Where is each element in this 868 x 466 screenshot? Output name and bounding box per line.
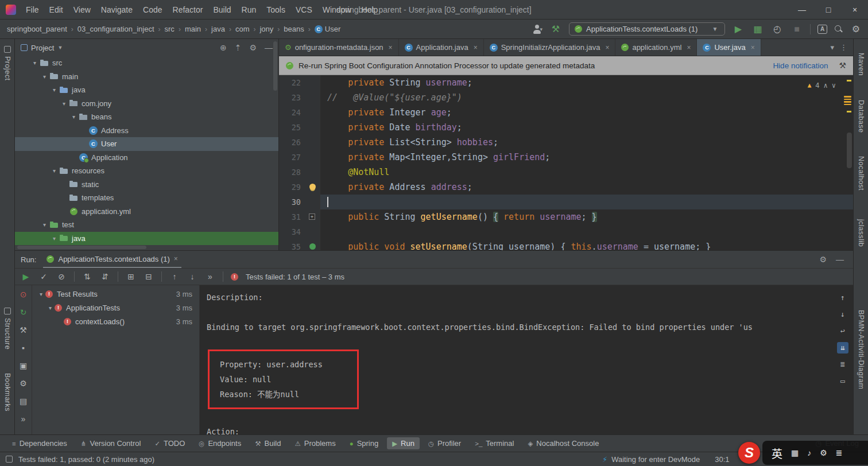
ime-settings-icon[interactable]: ⚙ (820, 448, 827, 457)
breadcrumb-item-user[interactable]: CUser (313, 24, 342, 34)
menu-view[interactable]: View (68, 2, 96, 18)
chevron-down-icon[interactable]: ▾ (40, 73, 49, 80)
breadcrumb-item-03-configuration-inject[interactable]: 03_configuration_inject (76, 24, 156, 34)
close-icon[interactable]: × (474, 44, 478, 52)
tab-onfiguration-metadata-json[interactable]: ⚙onfiguration-metadata.json× (279, 39, 399, 56)
chevron-down-icon[interactable]: ▾ (69, 114, 78, 120)
run-button[interactable]: ▶ (732, 24, 745, 34)
tool-todo[interactable]: ✓TODO (149, 437, 190, 449)
tab-options-icon[interactable]: ⋮ (840, 43, 847, 52)
caret-position[interactable]: 30:1 (715, 455, 729, 464)
breadcrumb-item-src[interactable]: src (164, 24, 176, 34)
tab-springinitializrapplication-java[interactable]: CSpringInitializrApplication.java× (484, 39, 616, 56)
test-item-test-results[interactable]: ▾!Test Results3 ms (32, 287, 199, 301)
menu-run[interactable]: Run (237, 2, 262, 18)
stop-button[interactable]: ■ (790, 24, 803, 34)
sort-alphabetically-button[interactable]: ⇅ (82, 272, 92, 281)
project-vertical-scrollbar[interactable] (273, 41, 277, 91)
search-everywhere-button[interactable] (834, 25, 843, 33)
run-tab[interactable]: ApplicationTests.contextLoads (1) × (43, 251, 181, 268)
warning-stripe-mark[interactable] (847, 111, 851, 112)
chevron-down-icon[interactable]: ▾ (50, 87, 59, 93)
intention-bulb-icon[interactable] (309, 184, 316, 190)
tree-item-application-yml[interactable]: application.yml (15, 205, 278, 219)
rerun-button[interactable]: ▶ (21, 272, 31, 281)
stripe-item-nocalhost[interactable]: Nocalhost (854, 156, 868, 191)
tool-problems[interactable]: ⚠Problems (289, 437, 340, 449)
collapse-all-button[interactable]: ⇡ (235, 43, 242, 52)
rerun-failed-tests-button[interactable]: ✓ (38, 272, 49, 281)
profiler-button[interactable]: ◴ (771, 24, 784, 34)
next-failed-button[interactable]: ↓ (187, 272, 197, 281)
close-icon[interactable]: × (389, 44, 393, 52)
minimize-button[interactable]: — (789, 0, 815, 19)
menu-tools[interactable]: Tools (261, 2, 290, 18)
stop-process-button[interactable]: ⊘ (56, 272, 67, 281)
fix-settings-icon[interactable]: ⚒ (20, 325, 27, 336)
menu-refactor[interactable]: Refactor (168, 2, 208, 18)
breadcrumb-item-java[interactable]: java (210, 24, 226, 34)
tree-item-src[interactable]: ▾src (15, 56, 278, 70)
menu-edit[interactable]: Edit (44, 2, 68, 18)
tab-user-java[interactable]: CUser.java× (697, 39, 761, 56)
test-console[interactable]: Description: Binding to target org.sprin… (200, 285, 853, 434)
code-editor[interactable]: 22 private String username;23// @Value("… (279, 75, 853, 250)
tool-run[interactable]: ▶Run (387, 437, 420, 449)
breadcrumb-item-beans[interactable]: beans (282, 24, 305, 34)
ime-toolbar[interactable]: 英 ▦ ♪ ⚙ ≣ (762, 441, 868, 465)
menu-navigate[interactable]: Navigate (96, 2, 138, 18)
tree-item-resources[interactable]: ▾resources (15, 164, 278, 178)
tree-item-test[interactable]: ▾test (15, 218, 278, 232)
tool-build[interactable]: ⚒Build (250, 437, 286, 449)
menu-build[interactable]: Build (208, 2, 236, 18)
locate-file-button[interactable]: ⊕ (220, 43, 227, 52)
more-actions-button[interactable]: » (205, 272, 215, 281)
scroll-up-icon[interactable]: ↑ (837, 292, 848, 304)
sort-by-duration-button[interactable]: ⇵ (100, 272, 110, 281)
next-highlight-button[interactable]: ∨ (832, 78, 836, 93)
translate-button[interactable]: A (817, 25, 827, 34)
breadcrumb-item-springboot-parent[interactable]: springboot_parent (6, 24, 68, 34)
chevron-down-icon[interactable]: ▾ (60, 100, 68, 107)
tree-item-java[interactable]: ▾java (15, 83, 278, 97)
close-button[interactable]: × (842, 0, 868, 19)
collapse-all-button[interactable]: ⊟ (144, 272, 154, 281)
menu-file[interactable]: File (21, 2, 44, 18)
tool-profiler[interactable]: ◷Profiler (423, 437, 466, 449)
stripe-item-jclasslib[interactable]: jclasslib (854, 219, 868, 247)
tab-application-java[interactable]: CApplication.java× (399, 39, 484, 56)
clear-console-icon[interactable]: ▭ (837, 375, 848, 387)
coverage-button[interactable]: ▦ (751, 24, 764, 34)
hide-panel-button[interactable]: — (265, 43, 273, 52)
tree-item-templates[interactable]: templates (15, 191, 278, 205)
stripe-item-database[interactable]: Database (854, 100, 868, 133)
tree-item-application[interactable]: CApplication (15, 151, 278, 165)
tool-endpoints[interactable]: ◎Endpoints (193, 437, 246, 449)
menu-code[interactable]: Code (138, 2, 167, 18)
import-results-icon[interactable]: ▤ (20, 397, 27, 407)
maximize-button[interactable]: □ (815, 0, 842, 19)
soft-wrap-icon[interactable]: ↩ (837, 325, 848, 337)
hide-notification-link[interactable]: Hide notification (773, 61, 828, 70)
ime-mic-icon[interactable]: ♪ (807, 448, 811, 457)
tree-item-static[interactable]: static (15, 178, 278, 192)
stripe-item-maven[interactable]: Maven (854, 53, 868, 76)
close-icon[interactable]: × (174, 255, 178, 263)
devmode-status[interactable]: ⚡ Waiting for enter DevMode (602, 455, 700, 464)
ime-keyboard-icon[interactable]: ▦ (791, 448, 799, 457)
chevron-down-icon[interactable]: ▾ (37, 291, 45, 297)
scroll-to-end-icon[interactable]: ⇊ (837, 342, 848, 354)
close-icon[interactable]: × (751, 44, 755, 52)
close-icon[interactable]: × (687, 44, 691, 52)
run-settings-button[interactable]: ⚙ (819, 255, 827, 264)
build-project-button[interactable]: ⚒ (549, 24, 562, 34)
test-tree[interactable]: ▾!Test Results3 ms▾!ApplicationTests3 ms… (32, 285, 200, 434)
breadcrumb-item-com[interactable]: com (234, 24, 251, 34)
project-horizontal-scrollbar[interactable] (17, 246, 146, 249)
project-tree[interactable]: ▾src▾main▾java▾com.jony▾beansCAddressCUs… (15, 56, 278, 250)
warning-stripe-mark[interactable] (847, 80, 851, 81)
chevron-down-icon[interactable]: ▾ (50, 168, 59, 174)
more-icon[interactable]: » (21, 414, 26, 425)
ime-language-mode[interactable]: 英 (772, 445, 782, 461)
editor-scrollbar[interactable] (847, 133, 852, 168)
